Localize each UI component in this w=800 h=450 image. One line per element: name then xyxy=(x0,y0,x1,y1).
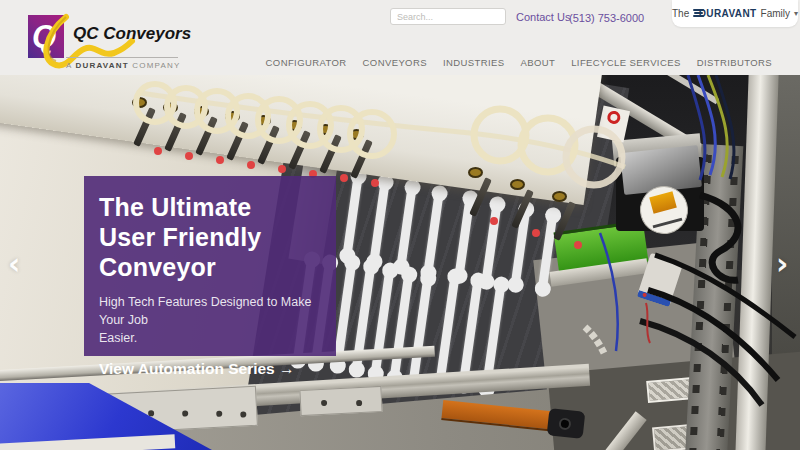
duravant-bars-icon xyxy=(693,9,694,18)
chevron-left-icon[interactable]: ‹ xyxy=(8,252,20,276)
nav-item-configurator[interactable]: CONFIGURATOR xyxy=(266,57,347,68)
family-prefix: The xyxy=(672,8,689,19)
nav-item-lifecycle-services[interactable]: LIFECYCLE SERVICES xyxy=(571,57,680,68)
nav-item-about[interactable]: ABOUT xyxy=(520,57,555,68)
main-nav: CONFIGURATOR CONVEYORS INDUSTRIES ABOUT … xyxy=(266,57,772,68)
contact-us-link[interactable]: Contact Us xyxy=(516,11,570,23)
logo-title: QC Conveyors xyxy=(73,24,191,44)
site-header: Q QC Conveyors A DURAVANT COMPANY Contac… xyxy=(0,0,800,75)
phone-link[interactable]: (513) 753-6000 xyxy=(569,12,644,24)
nav-item-conveyors[interactable]: CONVEYORS xyxy=(363,57,427,68)
mounting-bracket xyxy=(299,386,382,416)
logo-tagline: A DURAVANT COMPANY xyxy=(66,61,181,70)
nav-item-distributors[interactable]: DISTRIBUTORS xyxy=(697,57,772,68)
hero-subtitle: High Tech Features Designed to Make Your… xyxy=(99,293,322,347)
hero-text-panel: The Ultimate User Friendly Conveyor High… xyxy=(84,176,336,356)
roller-end-cap xyxy=(547,408,586,439)
chevron-right-icon[interactable]: › xyxy=(776,252,788,276)
logo-divider xyxy=(66,57,178,58)
view-automation-series-link[interactable]: View Automation Series → xyxy=(99,360,295,378)
search-input[interactable] xyxy=(390,8,506,25)
hero-title: The Ultimate User Friendly Conveyor xyxy=(99,192,322,282)
nav-item-industries[interactable]: INDUSTRIES xyxy=(443,57,505,68)
company-logo[interactable]: Q QC Conveyors A DURAVANT COMPANY xyxy=(28,13,188,71)
hero-carousel: The Ultimate User Friendly Conveyor High… xyxy=(0,75,800,450)
chevron-down-icon: ▾ xyxy=(794,9,798,18)
family-suffix: Family xyxy=(761,8,790,19)
duravant-family-dropdown[interactable]: The DURAVANT Family ▾ xyxy=(672,0,798,27)
family-brand: DURAVANT xyxy=(699,8,757,19)
